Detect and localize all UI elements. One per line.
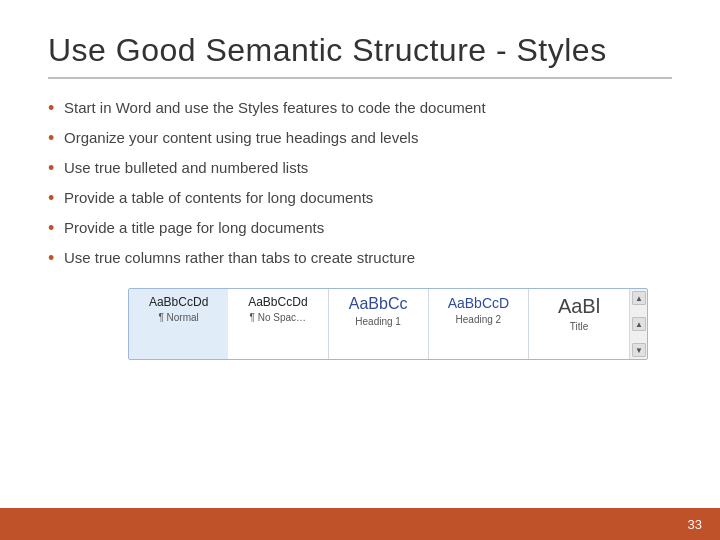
style-item-normal[interactable]: AaBbCcDd¶ Normal — [128, 288, 229, 360]
style-item-title[interactable]: AaBlTitle — [529, 289, 629, 359]
style-preview-nospace: AaBbCcDd — [248, 295, 307, 309]
bullet-item-1: Start in Word and use the Styles feature… — [48, 97, 672, 118]
bullet-item-2: Organize your content using true heading… — [48, 127, 672, 148]
style-item-heading1[interactable]: AaBbCcHeading 1 — [329, 289, 429, 359]
style-preview-normal: AaBbCcDd — [149, 295, 208, 309]
style-preview-title: AaBl — [558, 295, 600, 318]
style-item-nospace[interactable]: AaBbCcDd¶ No Spac… — [228, 289, 328, 359]
page-number: 33 — [688, 517, 702, 532]
style-preview-heading2: AaBbCcD — [448, 295, 509, 311]
style-item-heading2[interactable]: AaBbCcDHeading 2 — [429, 289, 529, 359]
styles-panel: AaBbCcDd¶ NormalAaBbCcDd¶ No Spac…AaBbCc… — [128, 288, 648, 360]
scrollbar-area[interactable]: ▲ ▲ ▼ — [629, 289, 647, 359]
scroll-up-button[interactable]: ▲ — [632, 291, 646, 305]
style-preview-heading1: AaBbCc — [349, 295, 408, 313]
footer-bar: 33 — [0, 508, 720, 540]
scroll-mid-button[interactable]: ▲ — [632, 317, 646, 331]
styles-row: AaBbCcDd¶ NormalAaBbCcDd¶ No Spac…AaBbCc… — [129, 289, 629, 359]
style-label-nospace: ¶ No Spac… — [250, 312, 307, 323]
style-label-heading2: Heading 2 — [456, 314, 502, 325]
slide-title: Use Good Semantic Structure - Styles — [48, 32, 672, 69]
bullet-item-5: Provide a title page for long documents — [48, 217, 672, 238]
title-area: Use Good Semantic Structure - Styles — [48, 32, 672, 79]
slide: Use Good Semantic Structure - Styles Sta… — [0, 0, 720, 540]
style-label-normal: ¶ Normal — [158, 312, 198, 323]
scroll-down-button[interactable]: ▼ — [632, 343, 646, 357]
bullet-item-6: Use true columns rather than tabs to cre… — [48, 247, 672, 268]
style-label-title: Title — [570, 321, 589, 332]
bullet-list: Start in Word and use the Styles feature… — [48, 97, 672, 268]
bullet-item-3: Use true bulleted and numbered lists — [48, 157, 672, 178]
bullet-item-4: Provide a table of contents for long doc… — [48, 187, 672, 208]
style-label-heading1: Heading 1 — [355, 316, 401, 327]
